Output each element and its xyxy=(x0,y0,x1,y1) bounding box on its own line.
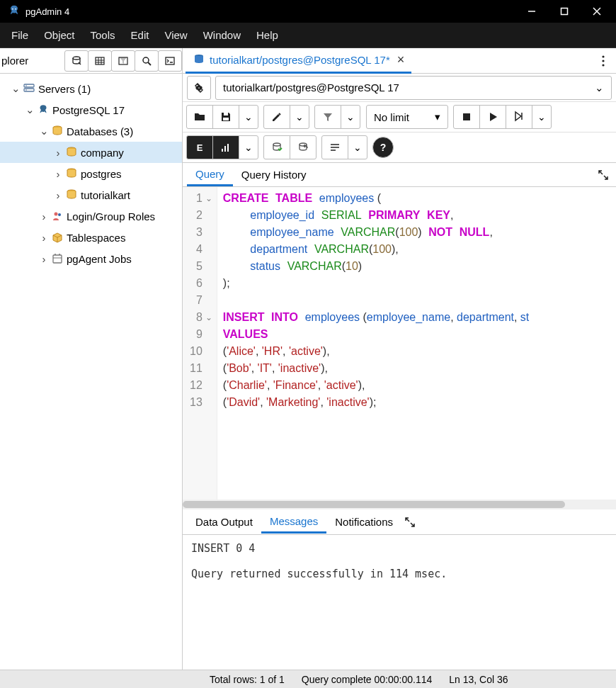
chevron-down-icon: ▾ xyxy=(435,111,440,123)
tree-tablespaces[interactable]: › Tablespaces xyxy=(0,227,182,248)
view-data-icon[interactable] xyxy=(88,50,112,72)
tree-db-postgres[interactable]: › postgres xyxy=(0,163,182,184)
svg-point-18 xyxy=(25,85,27,86)
menu-tools[interactable]: Tools xyxy=(84,25,122,45)
maximize-button[interactable] xyxy=(548,0,581,23)
save-button[interactable] xyxy=(212,105,239,129)
svg-rect-26 xyxy=(53,255,62,263)
svg-rect-36 xyxy=(463,113,470,120)
svg-point-28 xyxy=(55,254,56,255)
svg-line-14 xyxy=(148,62,151,65)
sql-code-area[interactable]: CREATE TABLE employees ( employee_id SER… xyxy=(217,187,616,500)
sql-editor[interactable]: 1⌄ 2 3 4 5 6 7 8⌄ 9 10 11 12 13 CREATE T… xyxy=(183,187,616,500)
explorer-label: plorer xyxy=(0,55,34,67)
chevron-down-icon: ⌄ xyxy=(24,103,35,116)
svg-rect-7 xyxy=(96,57,104,64)
stop-button[interactable] xyxy=(453,105,480,129)
tab-data-output[interactable]: Data Output xyxy=(187,512,261,532)
server-group-icon xyxy=(21,82,37,95)
limit-label: No limit xyxy=(374,111,409,123)
tab-query[interactable]: Query xyxy=(187,164,233,186)
expand-editor-icon[interactable] xyxy=(595,167,612,184)
edit-button[interactable] xyxy=(263,105,290,129)
svg-point-41 xyxy=(273,143,280,146)
explain-options-button[interactable] xyxy=(212,135,239,159)
connection-label: tutorialkart/postgres@PostgreSQL 17 xyxy=(223,81,399,94)
tab-query-history[interactable]: Query History xyxy=(233,164,315,185)
execute-button[interactable] xyxy=(479,105,506,129)
close-button[interactable] xyxy=(581,0,613,23)
status-bar: Total rows: 1 of 1 Query complete 00:00:… xyxy=(0,670,616,688)
edit-dropdown[interactable]: ⌄ xyxy=(290,105,309,129)
query-toolbar-1: ⌄ ⌄ ⌄ No limit ▾ ⌄ xyxy=(183,102,616,132)
explain-dropdown[interactable]: ⌄ xyxy=(239,135,258,159)
scrollbar-thumb[interactable] xyxy=(183,501,565,508)
macros-dropdown[interactable]: ⌄ xyxy=(348,135,367,159)
window-title: pgAdmin 4 xyxy=(25,6,515,17)
filter-dropdown[interactable]: ⌄ xyxy=(341,105,360,129)
database-icon xyxy=(64,167,79,180)
editor-horizontal-scrollbar[interactable] xyxy=(183,500,616,509)
tab-menu-button[interactable] xyxy=(593,51,613,71)
chevron-right-icon: › xyxy=(52,189,64,201)
expand-output-icon[interactable] xyxy=(401,514,418,531)
svg-rect-35 xyxy=(224,113,228,115)
connection-status-button[interactable] xyxy=(187,76,211,100)
macros-button[interactable] xyxy=(321,135,348,159)
chevron-right-icon: › xyxy=(52,168,64,180)
menu-object[interactable]: Object xyxy=(37,25,81,45)
rollback-button[interactable] xyxy=(290,135,316,159)
tab-query-file[interactable]: tutorialkart/postgres@PostgreSQL 17* × xyxy=(186,48,411,74)
object-explorer-pane: plorer ⌄ Servers (1) ⌄ PostgreSQL 17 ⌄ xyxy=(0,48,183,670)
tree-db-company[interactable]: › company xyxy=(0,142,182,163)
menu-edit[interactable]: Edit xyxy=(124,25,156,45)
connection-row: tutorialkart/postgres@PostgreSQL 17 ⌄ xyxy=(183,74,616,102)
menu-help[interactable]: Help xyxy=(249,25,285,45)
tab-notifications[interactable]: Notifications xyxy=(326,512,401,532)
tree-pgagent[interactable]: › pgAgent Jobs xyxy=(0,248,182,269)
database-icon xyxy=(64,146,79,159)
tree-servers[interactable]: ⌄ Servers (1) xyxy=(0,78,182,99)
tab-messages[interactable]: Messages xyxy=(261,511,326,534)
svg-point-33 xyxy=(602,64,604,66)
line-gutter: 1⌄ 2 3 4 5 6 7 8⌄ 9 10 11 12 13 xyxy=(183,187,217,500)
filter-icon[interactable] xyxy=(111,50,135,72)
object-tree: ⌄ Servers (1) ⌄ PostgreSQL 17 ⌄ Database… xyxy=(0,74,182,273)
open-file-button[interactable] xyxy=(186,105,213,129)
execute-dropdown[interactable]: ⌄ xyxy=(532,105,552,129)
svg-point-32 xyxy=(602,60,604,62)
connection-select[interactable]: tutorialkart/postgres@PostgreSQL 17 ⌄ xyxy=(215,76,612,100)
save-dropdown[interactable]: ⌄ xyxy=(239,105,258,129)
query-tool-icon[interactable] xyxy=(64,50,89,72)
file-tabs: tutorialkart/postgres@PostgreSQL 17* × xyxy=(183,48,616,74)
menu-file[interactable]: File xyxy=(4,25,35,45)
psql-icon[interactable] xyxy=(158,50,182,72)
svg-rect-38 xyxy=(222,149,223,152)
chevron-down-icon: ⌄ xyxy=(38,125,50,137)
tree-login-roles[interactable]: › Login/Group Roles xyxy=(0,205,182,227)
svg-point-29 xyxy=(59,254,60,255)
tab-close-icon[interactable]: × xyxy=(397,52,405,67)
svg-rect-17 xyxy=(24,89,34,91)
search-icon[interactable] xyxy=(135,50,159,72)
menu-window[interactable]: Window xyxy=(196,25,248,45)
help-button[interactable]: ? xyxy=(372,137,394,158)
commit-button[interactable] xyxy=(263,135,290,159)
tree-postgresql17[interactable]: ⌄ PostgreSQL 17 xyxy=(0,99,182,120)
explain-analyze-button[interactable]: E xyxy=(186,135,213,159)
titlebar: pgAdmin 4 xyxy=(0,0,616,23)
status-cursor: Ln 13, Col 36 xyxy=(449,674,508,685)
status-complete: Query complete 00:00:00.114 xyxy=(302,674,432,685)
filter-button[interactable] xyxy=(314,105,341,129)
tree-databases[interactable]: ⌄ Databases (3) xyxy=(0,120,182,142)
limit-select[interactable]: No limit ▾ xyxy=(366,105,448,129)
menubar: File Object Tools Edit View Window Help xyxy=(0,23,616,48)
database-group-icon xyxy=(50,125,65,137)
explain-button[interactable] xyxy=(506,105,532,129)
svg-point-25 xyxy=(58,213,61,216)
minimize-button[interactable] xyxy=(515,0,548,23)
menu-view[interactable]: View xyxy=(157,25,194,45)
tree-db-tutorialkart[interactable]: › tutorialkart xyxy=(0,184,182,205)
svg-rect-39 xyxy=(224,146,226,152)
chevron-right-icon: › xyxy=(38,210,50,222)
